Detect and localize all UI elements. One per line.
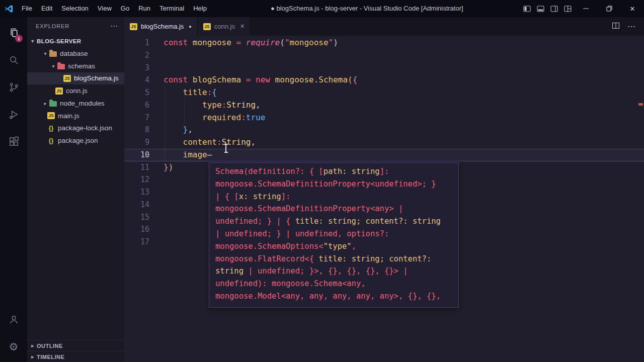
tab-blogSchema.js[interactable]: JSblogSchema.js● bbox=[124, 17, 198, 36]
code-line-5[interactable]: 5 title:{ bbox=[124, 86, 644, 99]
customize-layout-icon[interactable] bbox=[561, 0, 575, 17]
file-label: package-lock.json bbox=[58, 124, 112, 132]
search-icon[interactable] bbox=[0, 46, 27, 73]
menu-bar: FileEditSelectionViewGoRunTerminalHelp bbox=[17, 0, 211, 17]
line-number: 3 bbox=[124, 62, 149, 74]
tab-strip: JSblogSchema.js●JSconn.js✕ bbox=[124, 17, 251, 36]
file-blogSchema.js[interactable]: JSblogSchema.js bbox=[27, 72, 124, 85]
folder-icon bbox=[49, 101, 57, 107]
chevron-down-icon: ▾ bbox=[29, 38, 37, 44]
outline-section[interactable]: ▸ OUTLINE bbox=[27, 340, 124, 351]
chevron-right-icon: ▸ bbox=[29, 343, 37, 348]
menu-help[interactable]: Help bbox=[189, 0, 211, 17]
menu-selection[interactable]: Selection bbox=[57, 0, 93, 17]
close-window-button[interactable]: ✕ bbox=[621, 0, 644, 17]
timeline-label: TIMELINE bbox=[37, 354, 64, 360]
window-controls: ✕ bbox=[520, 0, 644, 17]
code-text bbox=[149, 49, 164, 62]
toggle-panel-icon[interactable] bbox=[534, 0, 547, 17]
js-file-icon: JS bbox=[47, 112, 55, 119]
line-number: 15 bbox=[124, 211, 149, 224]
code-line-2[interactable]: 2 bbox=[124, 49, 644, 62]
line-number: 6 bbox=[124, 99, 149, 112]
explorer-title: EXPLORER bbox=[36, 23, 69, 29]
file-main.js[interactable]: JSmain.js bbox=[27, 110, 124, 122]
code-text: image— bbox=[149, 149, 212, 161]
js-file-icon: JS bbox=[63, 75, 71, 82]
tab-bar: JSblogSchema.js●JSconn.js✕ ⋯ bbox=[124, 17, 644, 36]
code-text: const mongoose = require("mongoose") bbox=[149, 37, 338, 49]
folder-icon bbox=[49, 51, 57, 57]
restore-button[interactable] bbox=[598, 0, 621, 17]
file-node_modules[interactable]: ▸node_modules bbox=[27, 97, 124, 110]
code-text bbox=[149, 62, 164, 74]
editor-more-actions-icon[interactable]: ⋯ bbox=[627, 22, 636, 31]
timeline-section[interactable]: ▸ TIMELINE bbox=[27, 351, 124, 362]
settings-gear-icon[interactable]: ⚙ bbox=[0, 333, 27, 360]
code-line-9[interactable]: 9 content:String, bbox=[124, 136, 644, 149]
code-text bbox=[149, 236, 164, 248]
line-number: 9 bbox=[124, 136, 149, 149]
line-number: 12 bbox=[124, 173, 149, 186]
code-line-6[interactable]: 6 type:String, bbox=[124, 99, 644, 112]
menu-file[interactable]: File bbox=[17, 0, 37, 17]
code-text: const blogSchema = new mongoose.Schema({ bbox=[149, 74, 357, 86]
accounts-icon[interactable] bbox=[0, 306, 27, 333]
line-number: 1 bbox=[124, 37, 149, 49]
file-package.json[interactable]: {}package.json bbox=[27, 134, 124, 147]
tab-conn.js[interactable]: JSconn.js✕ bbox=[198, 17, 251, 36]
code-line-8[interactable]: 8 }, bbox=[124, 124, 644, 136]
explorer-more-actions-icon[interactable]: ⋯ bbox=[110, 22, 118, 31]
code-text bbox=[149, 186, 164, 199]
editor[interactable]: 1const mongoose = require("mongoose")234… bbox=[124, 36, 644, 362]
source-control-icon[interactable] bbox=[0, 73, 27, 101]
chevron-down-icon: ▾ bbox=[41, 51, 49, 56]
code-line-1[interactable]: 1const mongoose = require("mongoose") bbox=[124, 37, 644, 49]
close-tab-icon[interactable]: ✕ bbox=[240, 23, 245, 30]
indent-guide bbox=[165, 86, 165, 161]
menu-go[interactable]: Go bbox=[116, 0, 134, 17]
file-package-lock.json[interactable]: {}package-lock.json bbox=[27, 122, 124, 135]
chevron-down-icon: ▾ bbox=[49, 63, 57, 69]
run-and-debug-icon[interactable] bbox=[0, 101, 27, 128]
menu-edit[interactable]: Edit bbox=[37, 0, 57, 17]
code-text: }, bbox=[149, 124, 193, 136]
editor-region: JSblogSchema.js●JSconn.js✕ ⋯ 1const mong… bbox=[124, 17, 644, 362]
code-line-10[interactable]: 10 image— bbox=[124, 149, 644, 161]
code-line-3[interactable]: 3 bbox=[124, 62, 644, 74]
line-number: 10 bbox=[124, 149, 149, 161]
workspace-root[interactable]: ▾ BLOG-SERVER bbox=[27, 35, 124, 47]
code-line-4[interactable]: 4const blogSchema = new mongoose.Schema(… bbox=[124, 74, 644, 86]
file-label: conn.js bbox=[66, 87, 88, 95]
explorer-icon[interactable]: 1 bbox=[0, 19, 27, 46]
code-text bbox=[149, 173, 164, 186]
file-schemas[interactable]: ▾schemas bbox=[27, 60, 124, 72]
menu-view[interactable]: View bbox=[93, 0, 116, 17]
chevron-right-icon: ▸ bbox=[41, 101, 49, 106]
line-number: 11 bbox=[124, 161, 149, 174]
file-tree: ▾database▾schemasJSblogSchema.jsJSconn.j… bbox=[27, 47, 124, 147]
tab-label: conn.js bbox=[214, 23, 235, 30]
toggle-secondary-sidebar-icon[interactable] bbox=[547, 0, 561, 17]
code-text bbox=[149, 211, 164, 224]
file-database[interactable]: ▾database bbox=[27, 47, 124, 60]
code-line-7[interactable]: 7 required:true bbox=[124, 112, 644, 124]
json-file-icon: {} bbox=[47, 125, 55, 132]
mouse-cursor bbox=[225, 144, 226, 152]
toggle-sidebar-icon[interactable] bbox=[520, 0, 534, 17]
menu-terminal[interactable]: Terminal bbox=[155, 0, 189, 17]
sidebar-bottom-sections: ▸ OUTLINE ▸ TIMELINE bbox=[27, 340, 124, 362]
modified-dot-icon: ● bbox=[189, 24, 191, 29]
js-file-icon: JS bbox=[130, 23, 137, 30]
tab-label: blogSchema.js bbox=[141, 23, 184, 30]
line-number: 17 bbox=[124, 236, 149, 248]
code-text: }) bbox=[149, 161, 173, 174]
extensions-icon[interactable] bbox=[0, 128, 27, 155]
menu-run[interactable]: Run bbox=[134, 0, 155, 17]
split-editor-icon[interactable] bbox=[612, 22, 620, 32]
overview-ruler-mark bbox=[638, 103, 643, 106]
file-conn.js[interactable]: JSconn.js bbox=[27, 84, 124, 97]
line-number: 14 bbox=[124, 199, 149, 211]
js-file-icon: JS bbox=[55, 87, 63, 95]
minimize-button[interactable] bbox=[575, 0, 598, 17]
